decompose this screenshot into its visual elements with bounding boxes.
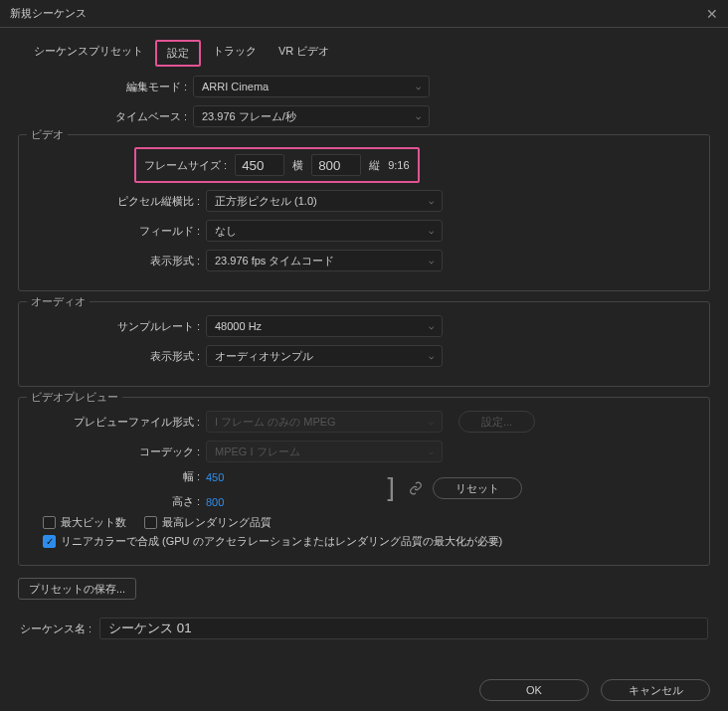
sample-rate-value: 48000 Hz <box>215 320 262 332</box>
preview-width-label: 幅 : <box>31 469 206 484</box>
video-display-format-label: 表示形式 : <box>31 254 206 268</box>
timebase-label: タイムベース : <box>18 109 193 124</box>
video-display-format-value: 23.976 fps タイムコード <box>215 254 334 268</box>
pixel-aspect-value: 正方形ピクセル (1.0) <box>215 194 317 209</box>
save-preset-button[interactable]: プリセットの保存... <box>18 578 136 600</box>
max-bit-depth-checkbox[interactable]: 最大ビット数 <box>43 515 126 530</box>
frame-height-input[interactable] <box>311 154 361 176</box>
timebase-select[interactable]: 23.976 フレーム/秒 ⌵ <box>193 105 430 127</box>
reset-button[interactable]: リセット <box>433 477 522 499</box>
preview-height-label: 高さ : <box>31 494 206 509</box>
codec-label: コーデック : <box>31 444 206 459</box>
sample-rate-label: サンプルレート : <box>31 319 206 334</box>
video-legend: ビデオ <box>27 127 68 142</box>
max-render-quality-label: 最高レンダリング品質 <box>162 515 272 530</box>
window-title: 新規シーケンス <box>10 6 87 21</box>
audio-display-format-label: 表示形式 : <box>31 349 206 364</box>
chevron-down-icon: ⌵ <box>429 196 434 206</box>
chevron-down-icon: ⌵ <box>429 417 434 427</box>
checkbox-icon <box>144 516 157 529</box>
timebase-value: 23.976 フレーム/秒 <box>202 109 296 124</box>
max-bit-depth-label: 最大ビット数 <box>61 515 126 530</box>
audio-group: オーディオ サンプルレート : 48000 Hz ⌵ 表示形式 : オーディオサ… <box>18 301 710 387</box>
preview-legend: ビデオプレビュー <box>27 390 122 405</box>
ok-button[interactable]: OK <box>479 679 589 701</box>
sequence-name-input[interactable] <box>99 618 708 639</box>
preview-width-value[interactable]: 450 <box>206 471 224 483</box>
max-render-quality-checkbox[interactable]: 最高レンダリング品質 <box>144 515 272 530</box>
audio-display-format-select[interactable]: オーディオサンプル ⌵ <box>206 345 443 367</box>
chevron-down-icon: ⌵ <box>429 256 434 266</box>
tab-settings[interactable]: 設定 <box>155 40 201 67</box>
close-icon[interactable]: ✕ <box>706 6 718 22</box>
fields-value: なし <box>215 224 237 239</box>
codec-value: MPEG I フレーム <box>215 444 300 459</box>
chevron-down-icon: ⌵ <box>416 111 421 121</box>
video-group: ビデオ フレームサイズ : 横 縦 9:16 ピクセル縦横比 : 正方形ピクセル… <box>18 134 710 291</box>
pixel-aspect-label: ピクセル縦横比 : <box>31 194 206 209</box>
fields-label: フィールド : <box>31 224 206 239</box>
audio-legend: オーディオ <box>27 294 90 309</box>
linear-color-label: リニアカラーで合成 (GPU のアクセラレーションまたはレンダリング品質の最大化… <box>61 534 502 549</box>
frame-width-label: 横 <box>292 158 303 173</box>
link-icon[interactable] <box>409 481 423 495</box>
audio-display-format-value: オーディオサンプル <box>215 349 313 364</box>
checkbox-icon <box>43 516 56 529</box>
cancel-button[interactable]: キャンセル <box>601 679 710 701</box>
chevron-down-icon: ⌵ <box>429 321 434 331</box>
preview-file-format-label: プレビューファイル形式 : <box>31 415 206 430</box>
checkbox-icon: ✓ <box>43 535 56 548</box>
frame-height-label: 縦 <box>369 158 380 173</box>
tab-bar: シーケンスプリセット 設定 トラック VR ビデオ <box>18 40 710 67</box>
preview-file-format-select: I フレーム のみの MPEG ⌵ <box>206 411 443 433</box>
frame-size-highlight: フレームサイズ : 横 縦 9:16 <box>134 147 420 183</box>
configure-button: 設定... <box>458 411 535 433</box>
preview-file-format-value: I フレーム のみの MPEG <box>215 415 336 430</box>
linear-color-checkbox[interactable]: ✓ リニアカラーで合成 (GPU のアクセラレーションまたはレンダリング品質の最… <box>43 534 502 549</box>
chevron-down-icon: ⌵ <box>429 446 434 456</box>
preview-height-value[interactable]: 800 <box>206 496 224 508</box>
edit-mode-label: 編集モード : <box>18 80 193 94</box>
tab-presets[interactable]: シーケンスプリセット <box>24 40 153 67</box>
edit-mode-select[interactable]: ARRI Cinema ⌵ <box>193 76 430 97</box>
tab-tracks[interactable]: トラック <box>203 40 267 67</box>
bracket-icon: ] <box>383 475 399 501</box>
tab-vr[interactable]: VR ビデオ <box>269 40 339 67</box>
frame-size-label: フレームサイズ : <box>144 158 227 173</box>
chevron-down-icon: ⌵ <box>429 226 434 236</box>
edit-mode-value: ARRI Cinema <box>202 81 269 92</box>
frame-width-input[interactable] <box>235 154 284 176</box>
sequence-name-label: シーケンス名 : <box>20 622 91 636</box>
video-display-format-select[interactable]: 23.976 fps タイムコード ⌵ <box>206 250 443 271</box>
codec-select: MPEG I フレーム ⌵ <box>206 441 443 462</box>
fields-select[interactable]: なし ⌵ <box>206 220 443 242</box>
chevron-down-icon: ⌵ <box>416 82 421 91</box>
sample-rate-select[interactable]: 48000 Hz ⌵ <box>206 315 443 337</box>
chevron-down-icon: ⌵ <box>429 351 434 361</box>
aspect-ratio: 9:16 <box>388 159 409 171</box>
preview-group: ビデオプレビュー プレビューファイル形式 : I フレーム のみの MPEG ⌵… <box>18 397 710 566</box>
pixel-aspect-select[interactable]: 正方形ピクセル (1.0) ⌵ <box>206 190 443 212</box>
